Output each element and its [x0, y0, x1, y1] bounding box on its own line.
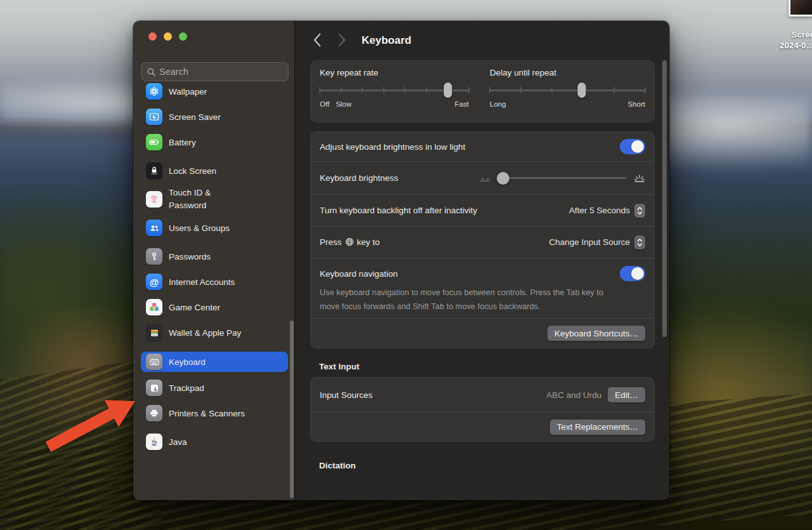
shortcuts-row: Keyboard Shortcuts… — [311, 318, 654, 348]
text-replacements-button[interactable]: Text Replacements… — [550, 420, 645, 435]
keyboard-brightness-row: Keyboard brightness — [311, 161, 654, 194]
sidebar-item-lock-screen[interactable]: Lock Screen — [141, 161, 288, 180]
screenshot-file-thumbnail[interactable] — [789, 0, 812, 17]
delay-repeat-label: Delay until repeat — [490, 68, 645, 77]
keyboard-settings-card: Adjust keyboard brightness in low light … — [310, 131, 655, 348]
input-sources-value: ABC and Urdu — [546, 390, 601, 400]
sidebar-item-java[interactable]: Java — [141, 432, 288, 451]
close-button[interactable] — [148, 32, 157, 41]
screen-saver-icon — [146, 109, 162, 125]
key-repeat-label: Key repeat rate — [320, 68, 469, 77]
key-to-label: key to — [357, 237, 380, 247]
sidebar-item-battery[interactable]: Battery — [141, 133, 288, 152]
key-repeat-fast-label: Fast — [455, 100, 469, 108]
search-placeholder: Search — [159, 67, 188, 77]
passwords-icon — [146, 248, 162, 265]
sidebar-list: Wallpaper Screen Saver Battery — [141, 82, 288, 496]
input-sources-label: Input Sources — [320, 390, 372, 400]
lock-screen-icon — [146, 162, 162, 179]
keyboard-navigation-label: Keyboard navigation — [320, 269, 398, 279]
internet-accounts-icon: @ — [146, 274, 162, 290]
page-title: Keyboard — [362, 34, 411, 47]
traffic-lights — [148, 32, 187, 41]
users-groups-icon — [146, 220, 162, 236]
globe-key-icon — [345, 237, 354, 246]
key-repeat-slider-thumb[interactable] — [444, 83, 452, 98]
chevron-right-icon — [338, 33, 346, 47]
main-header: Keyboard — [295, 21, 669, 60]
key-repeat-card: Key repeat rate Off — [310, 60, 655, 123]
sidebar-item-keyboard[interactable]: Keyboard — [141, 352, 288, 372]
adjust-brightness-label: Adjust keyboard brightness in low light — [320, 142, 466, 152]
sidebar-item-wallpaper[interactable]: Wallpaper — [141, 82, 288, 101]
system-settings-window: Search Wallpaper Screen Sav — [133, 21, 669, 500]
search-icon — [147, 68, 155, 76]
press-label: Press — [320, 237, 342, 247]
backlight-off-stepper[interactable] — [634, 204, 645, 218]
red-annotation-arrow — [43, 391, 140, 454]
delay-long-label: Long — [490, 100, 506, 108]
settings-content: Key repeat rate Off — [310, 60, 655, 476]
dictation-header: Dictation — [319, 461, 655, 470]
key-repeat-slider[interactable] — [320, 83, 469, 98]
main-scrollbar[interactable] — [662, 60, 667, 337]
sidebar-item-users-groups[interactable]: Users & Groups — [141, 218, 288, 237]
backlight-off-row: Turn keyboard backlight off after inacti… — [311, 194, 654, 226]
keyboard-navigation-row: Keyboard navigation Use keyboard navigat… — [311, 258, 654, 318]
back-button[interactable] — [313, 33, 321, 50]
forward-button[interactable] — [338, 33, 346, 50]
sidebar-scrollbar[interactable] — [290, 321, 294, 498]
key-repeat-off-label: Off — [320, 100, 329, 108]
brightness-bright-icon — [634, 173, 645, 183]
key-repeat-slow-label: Slow — [336, 100, 351, 108]
settings-sidebar: Search Wallpaper Screen Sav — [133, 21, 295, 500]
minimize-button[interactable] — [164, 32, 172, 41]
sidebar-item-screen-saver[interactable]: Screen Saver — [141, 107, 288, 126]
up-down-chevrons-icon — [637, 238, 643, 247]
keyboard-brightness-slider[interactable] — [498, 171, 627, 186]
java-icon — [146, 434, 162, 450]
chevron-left-icon — [313, 33, 321, 47]
keyboard-navigation-description: Use keyboard navigation to move focus be… — [320, 286, 617, 314]
sidebar-item-wallet-apple-pay[interactable]: Wallet & Apple Pay — [141, 323, 288, 342]
adjust-brightness-row: Adjust keyboard brightness in low light — [311, 132, 654, 161]
text-input-card: Input Sources ABC and Urdu Edit… Text Re… — [310, 377, 655, 442]
sidebar-item-game-center[interactable]: Game Center — [141, 298, 288, 317]
globe-key-row: Presskey to Change Input Source — [311, 226, 654, 258]
backlight-off-value: After 5 Seconds — [569, 206, 630, 215]
text-replacements-row: Text Replacements… — [311, 412, 654, 441]
delay-short-label: Short — [628, 100, 646, 108]
settings-main-pane: Keyboard Key repeat rate — [295, 21, 669, 500]
keyboard-shortcuts-button[interactable]: Keyboard Shortcuts… — [547, 326, 645, 341]
wallpaper-icon — [146, 83, 162, 100]
sidebar-item-internet-accounts[interactable]: @ Internet Accounts — [141, 272, 288, 291]
delay-repeat-slider[interactable] — [490, 83, 645, 98]
up-down-chevrons-icon — [637, 206, 643, 215]
screenshot-file-label[interactable]: Scree 2024-0… — [780, 29, 812, 51]
sidebar-item-printers-scanners[interactable]: Printers & Scanners — [141, 404, 288, 423]
game-center-icon — [146, 299, 162, 315]
brightness-dim-icon — [480, 173, 491, 183]
keyboard-navigation-toggle[interactable] — [620, 266, 645, 281]
globe-key-stepper[interactable] — [634, 235, 645, 249]
backlight-off-label: Turn keyboard backlight off after inacti… — [320, 206, 477, 215]
edit-input-sources-button[interactable]: Edit… — [608, 387, 645, 402]
keyboard-icon — [146, 354, 162, 370]
wallet-icon — [146, 324, 162, 341]
sidebar-item-trackpad[interactable]: Trackpad — [141, 378, 288, 397]
delay-repeat-slider-thumb[interactable] — [577, 83, 586, 98]
zoom-button[interactable] — [179, 32, 187, 41]
search-input[interactable]: Search — [141, 62, 289, 81]
globe-key-value: Change Input Source — [549, 237, 630, 247]
input-sources-row: Input Sources ABC and Urdu Edit… — [311, 378, 654, 412]
keyboard-brightness-label: Keyboard brightness — [320, 173, 398, 183]
keyboard-brightness-thumb[interactable] — [497, 172, 509, 185]
battery-icon — [146, 134, 162, 150]
adjust-brightness-toggle[interactable] — [620, 139, 645, 154]
touch-id-icon — [146, 191, 162, 208]
text-input-header: Text Input — [319, 362, 655, 371]
sidebar-item-passwords[interactable]: Passwords — [141, 247, 288, 266]
trackpad-icon — [146, 380, 162, 396]
printer-icon — [146, 405, 162, 421]
sidebar-item-touch-id-password[interactable]: Touch ID & Password — [141, 187, 288, 212]
